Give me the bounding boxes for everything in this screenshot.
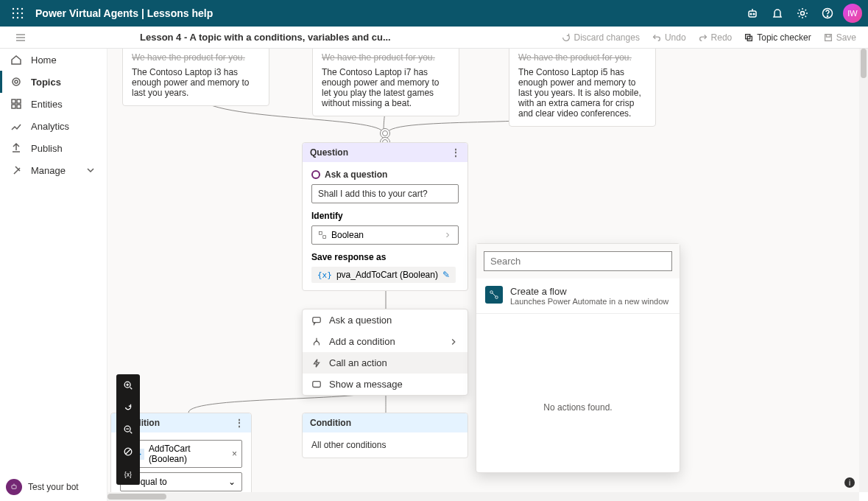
svg-text:{x}: {x} — [124, 471, 132, 478]
message-card-1-title: We have the product for you. — [132, 52, 260, 63]
bot-circle-icon — [6, 479, 22, 495]
question-prompt-input[interactable]: Shall I add this to your cart? — [311, 184, 459, 203]
svg-rect-28 — [17, 105, 21, 108]
svg-point-23 — [13, 78, 20, 85]
info-indicator-icon[interactable]: i — [844, 477, 855, 488]
nav-toggle-icon[interactable] — [12, 32, 29, 43]
topic-checker-button[interactable]: Topic checker — [738, 32, 816, 43]
condition-other-header: Condition — [303, 413, 467, 432]
horizontal-scrollbar-thumb[interactable] — [107, 494, 166, 500]
svg-point-13 — [801, 12, 805, 15]
svg-rect-32 — [323, 236, 326, 239]
question-node[interactable]: Question ⋮ Ask a question Shall I add th… — [302, 142, 468, 291]
nav-topics[interactable]: Topics — [0, 71, 107, 93]
ctx-show-message[interactable]: Show a message — [303, 374, 467, 395]
condition-other-node[interactable]: Condition All other conditions — [302, 413, 468, 458]
identify-select[interactable]: Boolean — [311, 225, 459, 245]
node-more-icon[interactable]: ⋮ — [451, 147, 460, 158]
command-bar: Lesson 4 - A topic with a conditions, va… — [0, 27, 868, 49]
svg-point-15 — [827, 15, 828, 16]
svg-rect-31 — [320, 232, 322, 235]
app-title: Power Virtual Agents | Lessons help — [35, 7, 213, 19]
node-more-icon[interactable]: ⋮ — [235, 418, 244, 428]
question-header: Question ⋮ — [303, 143, 467, 162]
svg-point-2 — [21, 8, 23, 10]
flow-icon — [485, 286, 503, 304]
bot-icon[interactable] — [740, 1, 765, 26]
horizontal-scrollbar[interactable] — [107, 492, 859, 501]
identify-value: Boolean — [331, 230, 364, 240]
variable-chip[interactable]: {x} pva_AddToCart (Boolean) ✎ — [311, 267, 456, 283]
svg-point-8 — [21, 17, 23, 18]
save-response-label: Save response as — [311, 252, 459, 262]
vertical-scrollbar-thumb[interactable] — [861, 49, 867, 78]
svg-line-45 — [126, 449, 131, 455]
condition-var-name: AddToCart (Boolean) — [149, 444, 227, 464]
nav-analytics[interactable]: Analytics — [0, 115, 107, 137]
variable-icon: {x} — [317, 270, 332, 280]
test-your-bot[interactable]: Test your bot — [6, 479, 79, 495]
minimap-button[interactable] — [116, 441, 140, 463]
message-card-2-body: The Contoso Laptop i7 has enough power a… — [322, 67, 450, 108]
svg-point-12 — [753, 13, 755, 15]
ctx-call-action[interactable]: Call an action — [303, 352, 467, 374]
nav-manage[interactable]: Manage — [0, 159, 107, 181]
topic-checker-label: Topic checker — [757, 32, 811, 43]
undo-label: Undo — [665, 32, 686, 43]
svg-point-11 — [750, 13, 752, 15]
left-nav: Home Topics Entities Analytics Publish M… — [0, 49, 107, 501]
svg-rect-26 — [17, 99, 21, 103]
message-card-3[interactable]: We have the product for you. The Contoso… — [509, 49, 656, 127]
vertical-scrollbar[interactable] — [859, 49, 868, 492]
action-flyout: Create a flow Launches Power Automate in… — [476, 243, 680, 473]
action-search-input[interactable] — [484, 251, 672, 271]
zoom-out-button[interactable] — [116, 418, 140, 441]
create-flow-title: Create a flow — [510, 286, 668, 297]
ctx-condition-label: Add a condition — [329, 336, 395, 347]
discard-button[interactable]: Discard changes — [555, 32, 646, 43]
svg-point-24 — [15, 80, 18, 83]
add-node-context-menu: Ask a question Add a condition Call an a… — [302, 309, 468, 396]
reset-zoom-button[interactable] — [116, 396, 140, 418]
nav-topics-label: Topics — [31, 77, 61, 88]
svg-point-1 — [17, 8, 18, 10]
ctx-ask-question[interactable]: Ask a question — [303, 309, 467, 331]
chevron-right-icon — [443, 231, 452, 239]
condition-other-header-label: Condition — [310, 418, 351, 428]
edit-variable-icon[interactable]: ✎ — [442, 270, 450, 280]
message-card-3-body: The Contoso Laptop i5 has enough power a… — [518, 67, 646, 119]
question-header-label: Question — [310, 147, 348, 158]
variables-button[interactable]: {x} — [116, 463, 140, 485]
ctx-add-condition[interactable]: Add a condition — [303, 331, 467, 352]
message-card-1-body: The Contoso Laptop i3 has enough power a… — [132, 67, 260, 98]
chevron-right-icon — [448, 337, 459, 347]
help-icon[interactable] — [815, 1, 840, 26]
clear-icon[interactable]: × — [232, 449, 237, 459]
avatar[interactable]: IW — [843, 4, 862, 23]
no-actions-found: No actions found. — [476, 314, 680, 492]
identify-label: Identify — [311, 211, 459, 221]
zoom-in-button[interactable] — [116, 374, 140, 396]
message-card-2[interactable]: We have the product for you. The Contoso… — [312, 49, 459, 116]
create-a-flow-item[interactable]: Create a flow Launches Power Automate in… — [476, 278, 680, 314]
top-bar: Power Virtual Agents | Lessons help IW — [0, 0, 868, 27]
nav-home-label: Home — [31, 55, 57, 66]
svg-rect-25 — [12, 99, 15, 103]
save-button[interactable]: Save — [817, 32, 862, 43]
undo-button[interactable]: Undo — [646, 32, 692, 43]
notifications-icon[interactable] — [765, 1, 790, 26]
authoring-canvas[interactable]: We have the product for you. The Contoso… — [107, 49, 859, 492]
svg-point-0 — [13, 8, 14, 10]
discard-label: Discard changes — [574, 32, 640, 43]
svg-rect-22 — [826, 34, 830, 37]
nav-publish[interactable]: Publish — [0, 137, 107, 159]
save-label: Save — [836, 32, 856, 43]
message-card-1[interactable]: We have the product for you. The Contoso… — [122, 49, 269, 106]
nav-entities[interactable]: Entities — [0, 93, 107, 115]
redo-label: Redo — [711, 32, 733, 43]
redo-button[interactable]: Redo — [692, 32, 738, 43]
svg-rect-34 — [313, 381, 321, 387]
settings-icon[interactable] — [790, 1, 815, 26]
app-launcher-icon[interactable] — [6, 1, 29, 25]
nav-home[interactable]: Home — [0, 49, 107, 71]
